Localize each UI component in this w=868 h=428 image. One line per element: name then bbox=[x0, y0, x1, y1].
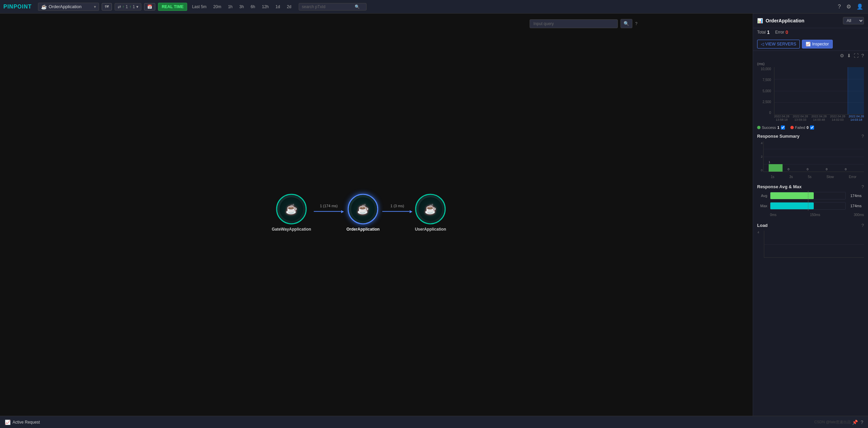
time-12h-btn[interactable]: 12h bbox=[260, 3, 271, 10]
view-servers-icon: ◁ bbox=[761, 42, 764, 46]
max-label: Max bbox=[757, 204, 767, 208]
edge-1-label: 1 (174 ms) bbox=[320, 204, 338, 208]
time-6h-btn[interactable]: 6h bbox=[249, 3, 257, 10]
flow-diagram: ☕ GateWayApplication 1 (174 ms) ▶ ☕ bbox=[272, 194, 446, 232]
realtime-button[interactable]: REAL TIME bbox=[158, 3, 187, 11]
max-bar-row: Max 174ms bbox=[757, 202, 864, 210]
rs-bar-1s bbox=[769, 164, 783, 172]
download-tool-icon[interactable]: ⬇ bbox=[847, 53, 851, 58]
node-gateway[interactable]: ☕ GateWayApplication bbox=[272, 194, 311, 232]
node-java-icon-order: ☕ bbox=[357, 203, 369, 215]
avg-max-help-icon[interactable]: ? bbox=[862, 184, 864, 189]
query-input[interactable] bbox=[530, 19, 618, 28]
map-icon: 🗺 bbox=[105, 4, 109, 9]
time-2d-btn[interactable]: 2d bbox=[285, 3, 293, 10]
time-series-chart: 10,000 7,500 5,000 2,500 0 2022.04.2813:… bbox=[757, 67, 864, 121]
settings-tool-icon[interactable]: ⚙ bbox=[840, 53, 844, 58]
rs-xlabel-slow: Slow bbox=[827, 175, 834, 179]
time-3h-btn[interactable]: 3h bbox=[237, 3, 246, 10]
load-header: Load ? bbox=[753, 220, 868, 229]
max-bar-fill bbox=[770, 202, 814, 209]
active-request-label: Active Request bbox=[13, 420, 40, 425]
query-search-icon: 🔍 bbox=[624, 21, 629, 26]
right-panel: 📊 OrderApplication All Total 1 Error 0 ◁… bbox=[753, 14, 868, 416]
counter-expand-icon: ▾ bbox=[136, 4, 138, 9]
query-help-icon[interactable]: ? bbox=[635, 21, 637, 26]
edge-2-label: 1 (3 ms) bbox=[391, 204, 404, 208]
time-1d-btn[interactable]: 1d bbox=[274, 3, 282, 10]
pin-icon[interactable]: 📌 bbox=[852, 420, 858, 425]
avg-max-title: Response Avg & Max bbox=[757, 184, 802, 189]
search-icon[interactable]: 🔍 bbox=[355, 4, 360, 9]
bottom-help-icon[interactable]: ? bbox=[861, 420, 863, 425]
rs-xlabel-5s: 5s bbox=[808, 175, 812, 179]
rs-xlabel-1s: 1s bbox=[771, 175, 774, 179]
failed-checkbox[interactable] bbox=[810, 125, 814, 130]
calendar-icon: 📅 bbox=[147, 4, 152, 9]
rs-xlabel-error: Error bbox=[849, 175, 856, 179]
load-title: Load bbox=[757, 223, 768, 228]
time-5m-btn[interactable]: Last 5m bbox=[190, 3, 209, 10]
panel-buttons: ◁ VIEW SERVERS 📈 Inspector bbox=[753, 38, 868, 51]
panel-app-name: 📊 OrderApplication bbox=[757, 18, 804, 23]
node-circle-user[interactable]: ☕ bbox=[415, 194, 446, 224]
total-label: Total bbox=[757, 30, 766, 35]
node-order[interactable]: ☕ OrderApplication bbox=[347, 194, 380, 232]
avg-value: 174ms bbox=[850, 194, 864, 198]
success-checkbox[interactable] bbox=[781, 125, 785, 130]
time-series-chart-section: (ms) 10,000 7,500 5,000 2,500 0 bbox=[753, 60, 868, 124]
chart-inner bbox=[774, 67, 864, 115]
avg-max-chart: Avg 174ms Max 174ms 0ms 150ms bbox=[753, 191, 868, 220]
search-box: 🔍 bbox=[299, 3, 367, 11]
load-help-icon[interactable]: ? bbox=[862, 223, 864, 228]
java-icon: ☕ bbox=[41, 4, 47, 9]
edge-2: 1 (3 ms) ▶ bbox=[382, 204, 412, 214]
active-request-chart-icon: 📈 bbox=[5, 420, 11, 425]
total-value: 1 bbox=[767, 30, 770, 35]
query-bar: 🔍 ? bbox=[530, 19, 637, 28]
inspector-button[interactable]: 📈 Inspector bbox=[802, 40, 832, 48]
response-summary-title: Response Summary bbox=[757, 134, 800, 139]
help-tool-icon[interactable]: ? bbox=[861, 53, 864, 58]
response-summary-help-icon[interactable]: ? bbox=[862, 134, 864, 139]
node-java-icon-user: ☕ bbox=[425, 203, 436, 215]
main-content: 🔍 ? ☕ GateWayApplication 1 (174 ms) bbox=[0, 14, 868, 416]
expand-tool-icon[interactable]: ⛶ bbox=[854, 53, 859, 58]
response-summary-header: Response Summary ? bbox=[753, 131, 868, 140]
settings-icon[interactable]: ⚙ bbox=[845, 2, 852, 11]
panel-header: 📊 OrderApplication All bbox=[753, 14, 868, 28]
flow-canvas[interactable]: 🔍 ? ☕ GateWayApplication 1 (174 ms) bbox=[0, 14, 753, 416]
node-label-gateway: GateWayApplication bbox=[272, 227, 311, 232]
error-label: Error bbox=[775, 30, 784, 35]
bottom-bar: 📈 Active Request CSDN @fate忽速出品 📌 ? bbox=[0, 416, 868, 428]
query-search-btn[interactable]: 🔍 bbox=[620, 19, 632, 28]
top-navigation: PINPOINT ☕ OrderApplication ▾ 🗺 ⇄ ↑ 1 ↑ … bbox=[0, 0, 868, 14]
node-circle-order[interactable]: ☕ bbox=[348, 194, 378, 224]
calendar-btn[interactable]: 📅 bbox=[144, 3, 155, 11]
agent-icon: ⇄ bbox=[118, 4, 121, 9]
error-value: 0 bbox=[786, 30, 788, 35]
load-section: 4 bbox=[753, 229, 868, 260]
help-icon[interactable]: ? bbox=[836, 2, 842, 11]
node-circle-gateway[interactable]: ☕ bbox=[276, 194, 307, 224]
chart-x-axis: 2022.04.2813:58:18 2022.04.2813:59:33 20… bbox=[774, 115, 864, 121]
agent-counter: ⇄ ↑ 1 ↑ 1 ▾ bbox=[115, 3, 141, 11]
panel-app-icon: 📊 bbox=[757, 18, 763, 23]
panel-filter-select[interactable]: All bbox=[843, 17, 864, 24]
chart-ms-label: (ms) bbox=[757, 62, 864, 66]
bar-axis: 0ms 150ms 300ms bbox=[757, 212, 864, 217]
user-icon[interactable]: 👤 bbox=[855, 2, 865, 11]
chart-legend: Success 1 Failed 0 bbox=[753, 124, 868, 131]
time-20m-btn[interactable]: 20m bbox=[211, 3, 223, 10]
view-servers-button[interactable]: ◁ VIEW SERVERS bbox=[757, 40, 800, 48]
node-label-order: OrderApplication bbox=[347, 227, 380, 232]
dropdown-caret-icon: ▾ bbox=[94, 4, 96, 9]
avg-bar-fill bbox=[770, 192, 814, 199]
app-selector[interactable]: ☕ OrderApplication ▾ bbox=[38, 3, 99, 11]
search-input[interactable] bbox=[302, 4, 353, 9]
panel-stats: Total 1 Error 0 bbox=[753, 28, 868, 38]
node-user[interactable]: ☕ UserApplication bbox=[415, 194, 446, 232]
map-icon-btn[interactable]: 🗺 bbox=[102, 3, 112, 11]
time-1h-btn[interactable]: 1h bbox=[226, 3, 234, 10]
max-value: 174ms bbox=[850, 204, 864, 208]
